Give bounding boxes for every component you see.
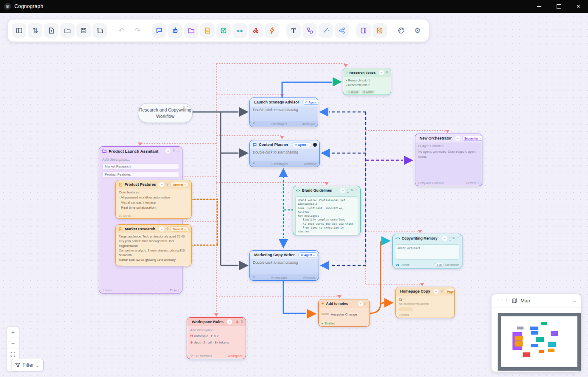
agent-badge[interactable]: Agent⌄ [302, 100, 318, 105]
collapse-icon[interactable]: ⌃ [456, 237, 459, 240]
note-node-icon[interactable] [200, 23, 215, 38]
description-placeholder[interactable]: Add description... [102, 157, 179, 162]
folder-node-icon[interactable] [184, 23, 199, 38]
filter-button[interactable]: Filter ⌄ [11, 359, 44, 371]
pin-icon[interactable]: ⚲ [166, 227, 168, 231]
node-launch-strategy-advisor[interactable]: Launch Strategy Advisor Agent⌄ Double-cl… [249, 98, 318, 127]
ai-assist-icon[interactable] [319, 23, 333, 38]
new-file-icon[interactable] [44, 23, 59, 38]
chat-placeholder[interactable]: Double-click to start chatting [250, 106, 318, 121]
download-icon[interactable]: ↓ [347, 189, 349, 193]
when-value[interactable]: Ancestor Change [331, 313, 357, 316]
category-badge[interactable]: General⌄ [170, 226, 189, 232]
link-icon[interactable]: ∞ [159, 182, 164, 187]
text-node-icon[interactable]: T [286, 23, 301, 38]
redo-icon[interactable]: ↷ [130, 23, 145, 38]
node-homepage-copy[interactable]: Homepage Copy ∞ ⚲ Page⌄ / No components … [395, 287, 455, 318]
page-badge[interactable]: Page⌄ [445, 289, 455, 294]
link-icon[interactable]: ∞ [434, 289, 439, 294]
unlink-icon[interactable]: ⊘ [236, 320, 239, 324]
save-icon[interactable] [76, 23, 91, 38]
view-mode-label[interactable]: Markdown [445, 263, 459, 266]
agent-badge[interactable]: Agent⌄ [292, 142, 311, 147]
agent-node-icon[interactable] [168, 23, 182, 38]
page-path[interactable]: / [403, 297, 404, 302]
settings-gear-icon[interactable]: ⚙ [410, 23, 425, 38]
chevron-down-icon[interactable]: ⌄ [572, 298, 577, 304]
sticky-link-icon[interactable]: ∞ [183, 105, 185, 109]
view-full-button[interactable]: Full [435, 263, 443, 267]
minimap-panel[interactable]: ⋮⋮⋮ Map ⌄ [491, 294, 581, 372]
panel-left-icon[interactable] [12, 23, 26, 38]
link-icon[interactable]: ∞ [358, 301, 363, 306]
node-add-to-notes[interactable]: ✦ Add to notes ∞ ▷ WHEN: Ancestor Change… [318, 299, 370, 327]
artifact-node-icon[interactable]: <> [232, 23, 247, 38]
close-button[interactable]: ✕ [568, 0, 588, 13]
todo-badge[interactable]: ○To Do [346, 90, 360, 94]
description-placeholder[interactable]: Add description... [190, 327, 243, 333]
done-badge[interactable]: ⊘Done [361, 90, 375, 94]
pin-icon[interactable]: ⚲ [253, 122, 255, 126]
todo-node-icon[interactable] [216, 23, 231, 38]
zoom-in-button[interactable]: + [7, 327, 19, 338]
sliders-icon[interactable]: ⇅ [350, 189, 353, 192]
sliders-icon[interactable]: ⇅ [240, 320, 243, 324]
link-icon[interactable]: ∞ [455, 136, 460, 141]
side-panel-icon[interactable] [356, 23, 371, 38]
pin-icon[interactable]: ⚲ [253, 162, 255, 165]
sticky-pin-icon[interactable]: ✕ [186, 105, 189, 109]
orchestrator-node-icon[interactable] [302, 23, 317, 38]
node-workspace-rules[interactable]: Workspace Rules ∞ ⊘ ⇅ Add description...… [187, 317, 246, 359]
minimap-viewport[interactable] [498, 313, 581, 371]
collapse-icon[interactable]: ⌃ [355, 189, 358, 192]
rules-node-icon[interactable] [249, 23, 263, 38]
node-brand-guidelines[interactable]: <> Brand Guidelines ∞ ↓ ⇅ ⌃ Brand voice:… [293, 186, 361, 235]
link-icon[interactable]: ∞ [340, 188, 345, 193]
run-icon[interactable]: ▷ [365, 302, 367, 305]
open-folder-icon[interactable] [60, 23, 75, 38]
minimize-button[interactable] [529, 0, 549, 13]
pin-icon[interactable]: ⚲ [172, 149, 175, 153]
link-icon[interactable]: ∞ [442, 236, 447, 241]
chat-placeholder[interactable]: Double-click to start chatting [250, 149, 319, 161]
chat-node-icon[interactable] [152, 23, 166, 38]
zoom-out-button[interactable]: − [7, 338, 19, 349]
theme-palette-icon[interactable] [394, 23, 409, 38]
node-research-todos[interactable]: Research Todos ∞ ⚲ • Research todo 1 • R… [343, 68, 391, 95]
node-content-planner[interactable]: Content Planner Agent⌄ Double-click to s… [249, 140, 320, 167]
sticky-workflow-title[interactable]: ∞✕ Research and Copywriting Workflow [138, 103, 193, 123]
link-icon[interactable]: ∞ [227, 319, 232, 324]
todo-item[interactable]: • Research todo 2 [346, 83, 388, 87]
artifact-content[interactable]: Brand voice: Professional yet approachab… [295, 196, 358, 235]
collapse-icon[interactable]: ⌄ [176, 149, 179, 153]
sliders-icon[interactable]: ⇅ [452, 237, 455, 240]
pin-icon[interactable]: ⚲ [386, 71, 388, 74]
undo-icon[interactable]: ↶ [114, 23, 129, 38]
agent-badge[interactable]: Agent⌄ [298, 252, 318, 257]
category-badge[interactable]: General⌄ [170, 182, 189, 187]
close-panel-icon[interactable] [372, 23, 387, 38]
project-item[interactable]: Product Features [102, 171, 179, 178]
project-item[interactable]: Market Research [102, 163, 179, 170]
link-icon[interactable]: ∞ [379, 70, 384, 75]
node-marketing-copy-writer[interactable]: Marketing Copy Writer Agent⌄ Double-clic… [249, 250, 319, 281]
link-icon[interactable]: ∞ [159, 226, 164, 232]
download-icon[interactable]: ↓ [449, 237, 451, 240]
pin-icon[interactable]: ⚲ [253, 276, 255, 279]
maximize-button[interactable] [549, 0, 568, 13]
node-product-launch-assistant[interactable]: Product Launch Assistant ∞ ⚲ ⌄ Add descr… [99, 146, 182, 293]
todo-item[interactable]: • Research todo 1 [346, 78, 388, 83]
mode-badge[interactable]: Sequential⌄ [462, 136, 482, 141]
node-product-features[interactable]: Product Features ∞ ⚲ General⌄ Core featu… [115, 180, 192, 219]
node-copywriting-memory[interactable]: <> Copywriting Memory ∞ ↓ ⇅ ⌃ empty arti… [392, 234, 462, 268]
add-component-button[interactable] [399, 307, 413, 311]
node-new-orchestrator[interactable]: New Orchestrator ∞ Sequential⌄ ▷ Budget:… [415, 134, 482, 186]
save-copy-icon[interactable] [92, 23, 107, 38]
artifact-content[interactable]: empty artifact [395, 244, 460, 260]
trigger-node-icon[interactable] [265, 23, 279, 38]
sort-vertical-icon[interactable]: ⇅ [28, 23, 42, 38]
eye-icon[interactable] [234, 321, 234, 324]
pin-icon[interactable]: ⚲ [440, 290, 443, 293]
model-avatar[interactable] [313, 143, 317, 147]
drag-handle-icon[interactable]: ⋮⋮⋮ [496, 299, 509, 303]
